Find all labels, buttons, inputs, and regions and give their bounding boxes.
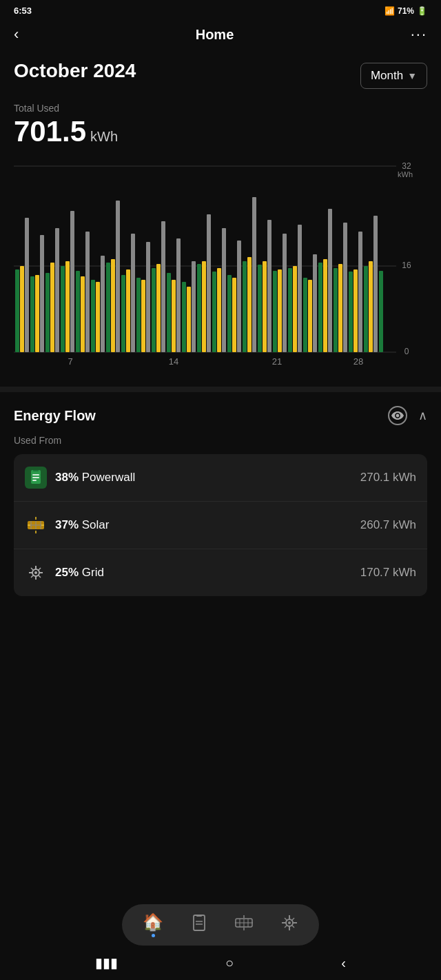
solar-item[interactable]: 37% Solar 260.7 kWh [14, 502, 427, 549]
grid-item[interactable]: 25% Grid 170.7 kWh [14, 549, 427, 596]
bar-gray-3 [55, 228, 59, 352]
nav-powerwall[interactable] [191, 915, 207, 935]
svg-rect-28 [196, 915, 202, 917]
bar-gray-24 [373, 216, 378, 352]
grid-icon [25, 562, 47, 584]
grid-value: 170.7 kWh [360, 566, 416, 580]
bar-yellow-5 [81, 276, 85, 352]
nav-solar[interactable] [235, 915, 253, 935]
grid-nav-icon [280, 914, 298, 936]
bar-gray-10 [161, 221, 165, 352]
bar-green-10 [152, 268, 156, 352]
total-value: 701.5 kWh [14, 115, 427, 148]
more-button[interactable]: ··· [411, 25, 427, 43]
svg-line-49 [285, 925, 287, 928]
bar-yellow-2 [35, 275, 39, 352]
bar-green-5 [76, 271, 80, 352]
total-section: Total Used 701.5 kWh [0, 100, 441, 159]
bar-green-15 [227, 275, 232, 352]
bar-green-13 [197, 264, 201, 352]
bar-gray-2 [40, 235, 44, 352]
energy-flow-title: Energy Flow [14, 408, 96, 424]
bar-green-17 [258, 265, 262, 352]
bar-gray-14 [222, 228, 226, 352]
y-unit: kWh [398, 170, 413, 178]
bar-green-12 [182, 282, 186, 352]
energy-sources-card: 38% Powerwall 270.1 kWh [14, 454, 427, 596]
bar-green-14 [212, 272, 216, 352]
bar-yellow-6 [96, 282, 100, 352]
nav-active-indicator [152, 934, 155, 937]
battery-level: 71% [398, 6, 414, 16]
svg-point-22 [34, 571, 37, 574]
bar-yellow-7 [111, 259, 115, 352]
bar-gray-21 [328, 209, 332, 352]
bar-green-9 [136, 278, 141, 352]
x-label-21: 21 [272, 356, 282, 366]
nav-home[interactable]: 🏠 [143, 912, 163, 937]
svg-line-25 [38, 568, 41, 571]
period-label: Month [371, 69, 403, 83]
bar-yellow-8 [126, 269, 130, 352]
bar-green-11 [167, 273, 171, 352]
powerwall-icon [25, 467, 47, 489]
grid-label: 25% Grid [55, 566, 104, 580]
energy-flow-section: Energy Flow ∧ Used From [0, 392, 441, 611]
y-label-16: 16 [402, 261, 411, 270]
bar-gray-13 [207, 214, 211, 352]
solar-icon [25, 514, 47, 536]
bar-green-20 [303, 278, 307, 352]
svg-rect-6 [32, 477, 39, 478]
system-nav: ▮▮▮ ○ ‹ [0, 946, 441, 980]
bar-green-1 [15, 269, 19, 352]
svg-line-23 [31, 568, 34, 571]
grid-left: 25% Grid [25, 562, 104, 584]
total-number: 701.5 [14, 115, 86, 148]
bar-yellow-19 [293, 266, 297, 352]
system-recent-button[interactable]: ▮▮▮ [95, 955, 118, 971]
powerwall-value: 270.1 kWh [360, 471, 416, 484]
bar-green-7 [106, 263, 110, 352]
bar-gray-7 [116, 201, 120, 352]
svg-rect-27 [194, 915, 205, 930]
bar-green-22 [334, 268, 338, 352]
bar-yellow-23 [353, 269, 358, 352]
back-button[interactable]: ‹ [14, 25, 19, 43]
energy-chart: 32 kWh 16 0 [0, 159, 441, 373]
bar-gray-5 [85, 232, 90, 352]
svg-rect-5 [32, 474, 39, 476]
period-selector[interactable]: Month ▼ [360, 63, 427, 89]
bar-yellow-12 [187, 287, 191, 352]
solar-value: 260.7 kWh [360, 518, 416, 532]
y-label-32: 32 [402, 161, 411, 171]
eye-button[interactable] [388, 406, 407, 425]
bar-yellow-22 [338, 264, 342, 352]
section-header: Energy Flow ∧ [14, 406, 427, 425]
svg-line-26 [31, 575, 34, 578]
powerwall-label: 38% Powerwall [55, 471, 135, 484]
chart-svg: 32 kWh 16 0 [14, 159, 427, 366]
section-divider [0, 387, 441, 392]
chevron-down-icon: ▼ [407, 70, 417, 81]
bar-yellow-13 [202, 261, 206, 352]
bar-gray-15 [237, 241, 241, 352]
svg-line-24 [38, 575, 41, 578]
bar-gray-22 [343, 223, 347, 352]
bar-gray-17 [267, 220, 271, 352]
svg-rect-4 [33, 470, 39, 471]
powerwall-item[interactable]: 38% Powerwall 270.1 kWh [14, 454, 427, 502]
system-home-button[interactable]: ○ [225, 955, 234, 971]
bar-yellow-21 [323, 259, 327, 352]
bar-yellow-9 [141, 280, 145, 352]
system-back-button[interactable]: ‹ [341, 955, 346, 971]
header-section: October 2024 Month ▼ [0, 53, 441, 100]
collapse-button[interactable]: ∧ [418, 408, 427, 423]
nav-grid[interactable] [280, 914, 298, 936]
svg-line-48 [291, 918, 294, 921]
bar-green-19 [288, 268, 292, 352]
bar-gray-12 [192, 261, 196, 352]
bottom-nav: 🏠 [122, 904, 319, 946]
bar-yellow-4 [65, 261, 70, 352]
bar-yellow-17 [263, 261, 267, 352]
solar-left: 37% Solar [25, 514, 109, 536]
